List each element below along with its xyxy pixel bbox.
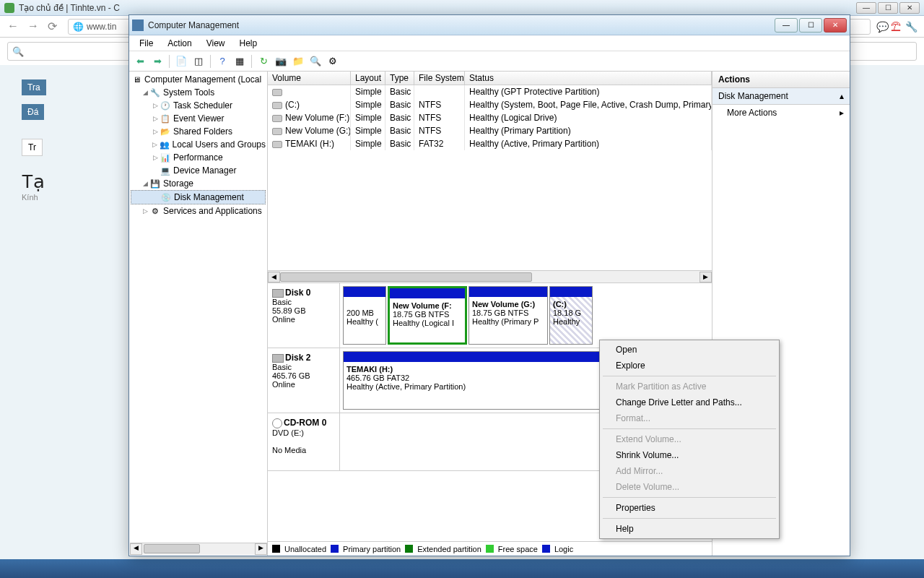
menu-view[interactable]: View xyxy=(199,37,232,50)
ctx-mark-active: Mark Partition as Active xyxy=(601,379,777,394)
disk-icon xyxy=(272,354,284,363)
cdrom-icon xyxy=(272,418,282,428)
col-layout[interactable]: Layout xyxy=(351,72,385,85)
toolbar-up[interactable]: 📄 xyxy=(173,53,189,69)
mmc-max-button[interactable]: ☐ xyxy=(799,18,822,33)
tree-device-manager[interactable]: 💻Device Manager xyxy=(131,164,266,177)
col-volume[interactable]: Volume xyxy=(268,72,351,85)
chevron-right-icon: ▸ xyxy=(840,108,844,118)
col-filesystem[interactable]: File System xyxy=(414,72,465,85)
ctx-change-letter[interactable]: Change Drive Letter and Paths... xyxy=(601,394,777,410)
ctx-shrink[interactable]: Shrink Volume... xyxy=(601,447,777,463)
avira-icon[interactable]: ⛱ xyxy=(891,21,902,33)
volume-rows: SimpleBasicHealthy (GPT Protective Parti… xyxy=(268,85,712,270)
tree-local-users[interactable]: ▷👥Local Users and Groups xyxy=(131,138,266,151)
ctx-help[interactable]: Help xyxy=(601,521,777,537)
mmc-close-button[interactable]: ✕ xyxy=(824,18,847,33)
col-status[interactable]: Status xyxy=(465,72,712,85)
volume-row[interactable]: SimpleBasicHealthy (GPT Protective Parti… xyxy=(268,85,712,98)
tree-scrollbar[interactable]: ◀ ▶ xyxy=(130,543,267,555)
toolbar-back[interactable]: ⬅ xyxy=(132,53,148,69)
tree-event-viewer[interactable]: ▷📋Event Viewer xyxy=(131,112,266,125)
collapse-icon: ▴ xyxy=(840,91,844,101)
forward-button[interactable]: → xyxy=(27,20,42,34)
browser-close-button[interactable]: ✕ xyxy=(899,2,920,14)
tree-system-tools[interactable]: ◢🔧System Tools xyxy=(131,86,266,99)
mmc-title: Computer Management xyxy=(148,20,239,30)
actions-header: Actions xyxy=(712,72,850,88)
browser-titlebar: Tạo chủ đề | Tinhte.vn - C — ☐ ✕ xyxy=(0,0,924,16)
toolbar-btn[interactable]: 🔍 xyxy=(308,53,323,69)
tree-shared-folders[interactable]: ▷📂Shared Folders xyxy=(131,125,266,138)
toolbar-refresh[interactable]: ↻ xyxy=(256,53,271,69)
tree-services[interactable]: ▷⚙Services and Applications xyxy=(131,204,266,217)
mmc-titlebar[interactable]: Computer Management — ☐ ✕ xyxy=(129,15,850,35)
mmc-min-button[interactable]: — xyxy=(775,18,798,33)
menu-file[interactable]: File xyxy=(132,37,160,50)
search-icon: 🔍 xyxy=(12,46,24,57)
tree-disk-management[interactable]: 💿Disk Management xyxy=(131,190,266,204)
volume-scrollbar[interactable]: ◀▶ xyxy=(268,270,712,282)
navigation-tree: 🖥Computer Management (Local ◢🔧System Too… xyxy=(129,72,268,556)
tree-storage[interactable]: ◢💾Storage xyxy=(131,177,266,190)
ctx-format: Format... xyxy=(601,410,777,426)
actions-group[interactable]: Disk Management▴ xyxy=(712,88,850,105)
toolbar-prop[interactable]: ▦ xyxy=(232,53,248,69)
ctx-delete: Delete Volume... xyxy=(601,479,777,495)
toolbar-btn[interactable]: 📁 xyxy=(290,53,306,69)
volume-header: Volume Layout Type File System Status xyxy=(268,72,712,85)
ctx-open[interactable]: Open xyxy=(601,342,777,358)
disk-2-label[interactable]: Disk 2 Basic 465.76 GB Online xyxy=(268,348,340,413)
tab-button[interactable]: Tr xyxy=(22,139,43,156)
toolbar-showhide[interactable]: ◫ xyxy=(191,53,206,69)
mmc-icon xyxy=(132,20,144,31)
ctx-mirror: Add Mirror... xyxy=(601,463,777,479)
partition-reserved[interactable]: 200 MBHealthy ( xyxy=(343,286,386,345)
breadcrumb[interactable]: Đá xyxy=(22,104,44,120)
cdrom-label[interactable]: CD-ROM 0 DVD (E:) No Media xyxy=(268,413,340,470)
extension-icon[interactable]: 💬 xyxy=(876,21,888,33)
breadcrumb[interactable]: Tra xyxy=(22,79,46,95)
toolbar-help[interactable]: ? xyxy=(214,53,230,69)
menu-help[interactable]: Help xyxy=(232,37,265,50)
ctx-properties[interactable]: Properties xyxy=(601,500,777,516)
tree-root[interactable]: 🖥Computer Management (Local xyxy=(131,73,266,86)
disk-icon xyxy=(272,289,284,298)
partition-g[interactable]: New Volume (G:)18.75 GB NTFSHealthy (Pri… xyxy=(468,286,548,345)
menu-action[interactable]: Action xyxy=(160,37,199,50)
toolbar-btn[interactable]: ⚙ xyxy=(325,53,341,69)
toolbar-btn[interactable]: 📷 xyxy=(273,53,289,69)
actions-more[interactable]: More Actions▸ xyxy=(712,105,850,121)
tree-task-scheduler[interactable]: ▷🕐Task Scheduler xyxy=(131,99,266,112)
partition-c[interactable]: (C:)18.18 GHealthy xyxy=(549,286,593,345)
volume-list: Volume Layout Type File System Status Si… xyxy=(268,72,712,282)
back-button[interactable]: ← xyxy=(7,20,22,34)
legend: Unallocated Primary partition Extended p… xyxy=(268,541,712,556)
ctx-explore[interactable]: Explore xyxy=(601,358,777,374)
volume-row[interactable]: TEMAKI (H:)SimpleBasicFAT32Healthy (Acti… xyxy=(268,137,712,150)
wrench-icon[interactable]: 🔧 xyxy=(905,21,917,33)
browser-max-button[interactable]: ☐ xyxy=(878,2,898,14)
partition-f-selected[interactable]: New Volume (F:18.75 GB NTFSHealthy (Logi… xyxy=(388,286,467,345)
volume-row[interactable]: New Volume (G:)SimpleBasicNTFSHealthy (P… xyxy=(268,124,712,137)
taskbar[interactable] xyxy=(0,559,924,578)
browser-min-button[interactable]: — xyxy=(856,2,876,14)
context-menu: Open Explore Mark Partition as Active Ch… xyxy=(599,340,780,539)
disk-0-label[interactable]: Disk 0 Basic 55.89 GB Online xyxy=(268,283,340,348)
mmc-toolbar: ⬅ ➡ 📄 ◫ ? ▦ ↻ 📷 📁 🔍 ⚙ xyxy=(129,51,850,72)
reload-button[interactable]: ⟳ xyxy=(48,20,62,34)
browser-window-buttons: — ☐ ✕ xyxy=(856,2,920,14)
volume-row[interactable]: New Volume (F:)SimpleBasicNTFSHealthy (L… xyxy=(268,111,712,124)
browser-tab-title: Tạo chủ đề | Tinhte.vn - C xyxy=(19,3,120,13)
ctx-extend: Extend Volume... xyxy=(601,431,777,447)
mmc-menubar: File Action View Help xyxy=(129,35,850,51)
disk-0-row: Disk 0 Basic 55.89 GB Online 200 MBHealt… xyxy=(268,283,712,348)
tree-performance[interactable]: ▷📊Performance xyxy=(131,151,266,164)
toolbar-forward[interactable]: ➡ xyxy=(149,53,165,69)
volume-row[interactable]: (C:)SimpleBasicNTFSHealthy (System, Boot… xyxy=(268,98,712,111)
favicon-icon xyxy=(4,3,14,13)
col-type[interactable]: Type xyxy=(385,72,414,85)
